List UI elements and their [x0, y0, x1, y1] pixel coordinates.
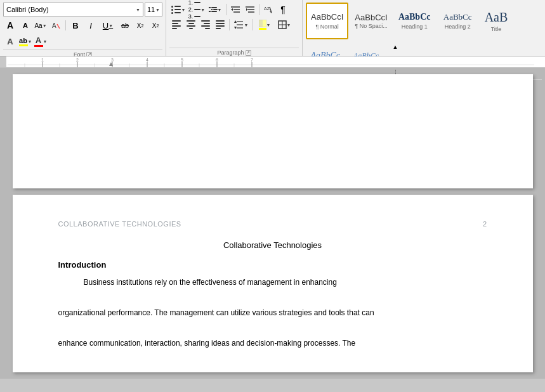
justify-btn[interactable] [213, 18, 227, 32]
separator [253, 19, 253, 30]
intro-heading-text: Introduction [58, 260, 107, 270]
ruler: 1 2 3 4 5 6 7 [0, 56, 545, 68]
font-controls: Calibri (Body) ▼ 11 ▼ A A Aa▼ [3, 3, 162, 48]
style-h2-preview: AaBbCc [443, 12, 472, 22]
align-center-btn[interactable] [184, 18, 198, 32]
align-left-btn[interactable] [169, 18, 183, 32]
svg-text:5: 5 [181, 58, 183, 62]
underline-btn[interactable]: U▼ [99, 18, 117, 32]
font-dropdown-arrow: ▼ [136, 8, 140, 12]
svg-marker-9 [246, 8, 248, 11]
increase-indent-icon [246, 6, 254, 13]
bold-btn[interactable]: B [69, 18, 82, 32]
ribbon-row: Calibri (Body) ▼ 11 ▼ A A Aa▼ [0, 0, 545, 56]
clear-format-icon: A [51, 21, 60, 30]
sort-icon: AZ [264, 5, 273, 14]
sort-btn[interactable]: AZ [261, 3, 275, 16]
svg-text:7: 7 [251, 58, 253, 62]
svg-rect-19 [259, 20, 263, 27]
svg-text:AZ: AZ [264, 6, 270, 11]
font-case-btn[interactable]: Aa▼ [34, 18, 48, 32]
font-name-dropdown[interactable]: Calibri (Body) ▼ [3, 3, 143, 16]
body-paragraph: Business institutions rely on the effect… [58, 275, 487, 351]
style-title-preview: AaB [485, 10, 508, 25]
style-no-space-label: ¶ No Spaci... [355, 23, 387, 29]
increase-indent-btn[interactable] [243, 3, 257, 16]
svg-text:A: A [52, 22, 56, 29]
styles-scroll-up[interactable]: ▲ [390, 41, 401, 53]
separator [229, 19, 230, 30]
style-h2-label: Heading 2 [445, 23, 471, 30]
clear-format-btn[interactable]: A [49, 18, 63, 32]
body-line2: organizational performance. The manageme… [58, 308, 374, 317]
line-spacing-icon [234, 20, 244, 29]
paragraph-section: ▼ 1. 2. 3. ▼ [166, 0, 303, 56]
paragraph-expand-btn[interactable]: ↗ [246, 50, 251, 56]
paragraph-section-label[interactable]: Paragraph ↗ [169, 48, 299, 56]
ribbon: Calibri (Body) ▼ 11 ▼ A A Aa▼ [0, 0, 545, 56]
page-2: COLLABORATIVE TECHNOLOGIES 2 Collaborati… [13, 195, 533, 372]
ruler-svg: 1 2 3 4 5 6 7 [8, 57, 534, 67]
svg-marker-16 [234, 20, 237, 23]
svg-text:1: 1 [41, 58, 44, 62]
style-h1-label: Heading 1 [402, 23, 428, 30]
bullet-list-btn[interactable]: ▼ [169, 3, 187, 16]
style-no-space-btn[interactable]: AaBbCcI ¶ No Spaci... [350, 3, 391, 39]
svg-marker-17 [234, 27, 237, 29]
decrease-indent-btn[interactable] [228, 3, 242, 16]
shading-icon [259, 20, 266, 27]
superscript-btn[interactable]: X2 [148, 18, 162, 32]
font-shrink-btn[interactable]: A [18, 18, 32, 32]
borders-icon [278, 20, 287, 29]
svg-marker-12 [270, 11, 272, 13]
page-number: 2 [483, 220, 487, 228]
style-normal-preview: AaBbCcI [311, 12, 343, 23]
highlight-btn[interactable]: ab ▼ [18, 34, 32, 48]
page-title-text: Collaborative Technologies [223, 240, 322, 250]
shading-btn[interactable]: ▼ [255, 18, 274, 32]
underline-wrapper: U▼ [99, 18, 117, 32]
align-right-btn[interactable] [199, 18, 213, 32]
separator [259, 4, 259, 15]
styles-section: AaBbCcI ¶ Normal AaBbCcI ¶ No Spaci... A… [303, 0, 545, 56]
style-h1-preview: AaBbCc [398, 12, 431, 22]
strikethrough-btn[interactable]: ab [118, 18, 132, 32]
body-line3: enhance communication, interaction, shar… [58, 339, 356, 348]
svg-marker-5 [231, 8, 233, 11]
intro-heading: Introduction [58, 260, 487, 270]
paragraph-controls: ▼ 1. 2. 3. ▼ [169, 3, 299, 46]
page-header: COLLABORATIVE TECHNOLOGIES 2 [58, 220, 487, 228]
page-1 [13, 74, 533, 188]
style-h2-btn[interactable]: AaBbCc Heading 2 [437, 3, 478, 39]
style-normal-btn[interactable]: AaBbCcI ¶ Normal [306, 3, 348, 39]
line-spacing-btn[interactable]: ▼ [232, 18, 251, 32]
separator [226, 4, 227, 15]
ruler-margin-left [0, 56, 6, 67]
text-color-btn[interactable]: A ▼ [34, 34, 48, 48]
font-size-input[interactable]: 11 ▼ [145, 3, 162, 16]
svg-text:3: 3 [111, 58, 114, 62]
decrease-indent-icon [231, 6, 240, 13]
text-effects-btn[interactable]: A [3, 34, 17, 48]
style-title-btn[interactable]: AaB Title [480, 3, 513, 39]
numbered-list-btn[interactable]: 1. 2. 3. ▼ [188, 3, 206, 16]
style-h1-btn[interactable]: AaBbCc Heading 1 [394, 3, 435, 39]
borders-btn[interactable]: ▼ [275, 18, 294, 32]
font-size-arrow: ▼ [155, 8, 160, 12]
page-title: Collaborative Technologies [58, 240, 487, 250]
font-size-value: 11 [147, 6, 155, 13]
style-title-label: Title [491, 26, 502, 32]
separator [65, 20, 66, 30]
svg-text:2: 2 [76, 58, 79, 62]
subscript-btn[interactable]: X2 [133, 18, 147, 32]
multilevel-list-btn[interactable]: ▼ [206, 3, 224, 16]
document-area: COLLABORATIVE TECHNOLOGIES 2 Collaborati… [0, 68, 545, 379]
ruler-content: 1 2 3 4 5 6 7 [6, 56, 545, 67]
show-marks-btn[interactable]: ¶ [276, 3, 290, 16]
svg-text:6: 6 [216, 58, 218, 62]
style-no-space-preview: AaBbCcI [355, 13, 387, 22]
italic-btn[interactable]: I [84, 18, 98, 32]
svg-text:4: 4 [146, 58, 148, 62]
style-normal-label: ¶ Normal [315, 23, 338, 30]
font-grow-btn[interactable]: A [3, 18, 17, 32]
